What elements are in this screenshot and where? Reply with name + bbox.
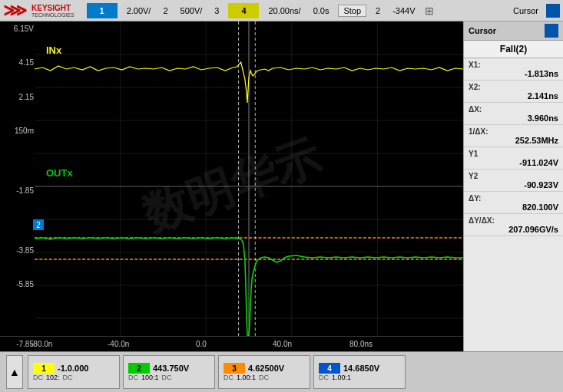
- ch2-ratio: 100:1: [141, 374, 159, 381]
- dy-value: 820.100V: [469, 203, 558, 212]
- cursor-label-area: Cursor: [510, 4, 560, 18]
- ch3-block[interactable]: 3 4.62500V DC 1.00:1 DC: [218, 355, 310, 389]
- x-axis-bar: -80.0n -40.0n 0.0 40.0n 80.0ns: [0, 336, 463, 351]
- cursor-inv-dx-row: 1/ΔX: 252.53MHz: [464, 125, 563, 147]
- x2-label: X2:: [469, 83, 558, 91]
- ch2-bottom: DC 100:1 DC: [128, 374, 210, 381]
- ch2-block-value: 443.750V: [153, 364, 189, 373]
- ch3-block-value: 4.62500V: [248, 364, 284, 373]
- ch1-bottom: DC 102: DC: [33, 374, 114, 381]
- ch2-color-indicator: 2: [128, 363, 150, 374]
- ch1-button[interactable]: 1: [87, 3, 118, 18]
- dy-label: ΔY:: [469, 194, 558, 203]
- y-label-2: 2.15: [2, 93, 34, 101]
- ch2-label: OUTx: [46, 167, 73, 179]
- ch2-scale: 500V/: [177, 6, 206, 15]
- ch2-left-marker: 2: [33, 219, 44, 230]
- ch1-block-value: -1.0.000: [58, 364, 88, 373]
- dx-value: 3.960ns: [469, 114, 558, 123]
- ch4-bottom: DC 1.00:1: [319, 374, 400, 381]
- x-label-2: 0.0: [196, 340, 207, 348]
- ch1-top: 1 -1.0.000: [33, 363, 114, 374]
- cursor-color-indicator: [545, 24, 558, 38]
- top-toolbar: ⋙ KEYSIGHT TECHNOLOGIES 1 2.00V/ 2 500V/…: [0, 0, 563, 21]
- cursor-dx-row: ΔX: 3.960ns: [464, 103, 563, 125]
- y-label-5: -1.85: [2, 186, 34, 195]
- ch2-num: 2: [160, 6, 171, 15]
- x-label-3: 40.0n: [273, 340, 292, 348]
- timebase: 20.00ns/: [265, 6, 303, 15]
- ch3-coupling: DC: [224, 374, 233, 381]
- cursor-dy-row: ΔY: 820.100V: [464, 192, 563, 214]
- ch2-dc2: DC: [162, 374, 172, 381]
- y2-value: -90.923V: [469, 180, 558, 189]
- cursor-x2-row: X2: 2.141ns: [464, 81, 563, 103]
- y-label-1: 4.15: [2, 58, 34, 67]
- bottom-bar: ▲ 1 -1.0.000 DC 102: DC 2 443.750V DC 10…: [0, 351, 563, 392]
- ch4-block[interactable]: 4 14.6850V DC 1.00:1: [313, 355, 406, 389]
- y1-value: -911.024V: [469, 158, 558, 167]
- cursor-dy-dx-row: ΔY/ΔX: 207.096GV/s: [464, 214, 563, 236]
- ch1-label: INx: [46, 44, 61, 56]
- cursor-x1-row: X1: -1.813ns: [464, 58, 563, 81]
- dx-label: ΔX:: [469, 105, 558, 114]
- waveform-canvas: [35, 21, 463, 351]
- plot-area: 数明华示 6.15V 4.15 2.15 150m -1.85 -3.85 -5…: [0, 21, 463, 351]
- logo-brand: KEYSIGHT: [31, 4, 75, 12]
- ch1-scale: 2.00V/: [124, 6, 154, 15]
- cursor-y2-row: Y2 -90.923V: [464, 170, 563, 192]
- y-label-3: 150m: [2, 127, 34, 135]
- y-label-8: -5.85: [2, 280, 34, 288]
- x-label-4: 80.0ns: [349, 340, 373, 348]
- keysight-logo: ⋙ KEYSIGHT TECHNOLOGIES: [3, 2, 75, 19]
- y-label-7: -3.85: [2, 246, 34, 255]
- ch3-top: 3 4.62500V: [224, 363, 305, 374]
- inv-dx-label: 1/ΔX:: [469, 127, 558, 136]
- x-label-1: -40.0n: [108, 340, 129, 348]
- ch2-block[interactable]: 2 443.750V DC 100:1 DC: [123, 355, 215, 389]
- dy-dx-label: ΔY/ΔX:: [469, 216, 558, 225]
- ch3-dc2: DC: [259, 374, 269, 381]
- ch2-top: 2 443.750V: [128, 363, 210, 374]
- logo-sub: TECHNOLOGIES: [31, 12, 75, 18]
- cursor-y1-row: Y1 -911.024V: [464, 147, 563, 170]
- logo-chevron: ⋙: [3, 2, 27, 19]
- ch4-top: 4 14.6850V: [319, 363, 400, 374]
- ch4-button[interactable]: 4: [228, 3, 259, 18]
- voltage-display: -344V: [389, 6, 418, 15]
- ch2-coupling: DC: [128, 374, 138, 381]
- ch3-num: 3: [211, 6, 222, 15]
- scroll-up-button[interactable]: ▲: [6, 355, 23, 389]
- stop-button[interactable]: Stop: [338, 5, 366, 17]
- y1-label: Y1: [469, 150, 558, 158]
- x1-value: -1.813ns: [469, 69, 558, 78]
- y-label-10: -7.85: [2, 340, 34, 348]
- ch4-ratio: 1.00:1: [332, 374, 351, 381]
- ch3-ratio: 1.00:1: [237, 374, 256, 381]
- cursor-function: Fall(2): [464, 41, 563, 58]
- ch1-block[interactable]: 1 -1.0.000 DC 102: DC: [28, 355, 120, 389]
- ch4-color-indicator: 4: [319, 363, 340, 374]
- ch1-coupling2: DC: [63, 374, 73, 381]
- ch4-coupling: DC: [319, 374, 329, 381]
- ch1-coupling: DC: [33, 374, 43, 381]
- main-content: 数明华示 6.15V 4.15 2.15 150m -1.85 -3.85 -5…: [0, 21, 563, 351]
- x2-value: 2.141ns: [469, 91, 558, 100]
- delay: 0.0s: [310, 6, 333, 15]
- ch3-color-indicator: 3: [224, 363, 245, 374]
- inv-dx-value: 252.53MHz: [469, 136, 558, 145]
- cursor-panel-title-text: Cursor: [469, 26, 496, 35]
- num2: 2: [373, 6, 383, 15]
- x1-label: X1:: [469, 61, 558, 69]
- cursor-color-box: [546, 4, 560, 18]
- logo-text-block: KEYSIGHT TECHNOLOGIES: [31, 4, 75, 18]
- ch4-block-value: 14.6850V: [343, 364, 379, 373]
- y-axis-labels: 6.15V 4.15 2.15 150m -1.85 -3.85 -5.85 -…: [0, 21, 35, 351]
- cursor-panel-header: Cursor: [464, 21, 563, 41]
- y2-label: Y2: [469, 172, 558, 180]
- expand-icon: ⊞: [425, 5, 434, 17]
- cursor-panel: Cursor Fall(2) X1: -1.813ns X2: 2.141ns …: [463, 21, 563, 351]
- ch3-bottom: DC 1.00:1 DC: [224, 374, 305, 381]
- dy-dx-value: 207.096GV/s: [469, 225, 558, 234]
- y-label-0: 6.15V: [2, 25, 34, 33]
